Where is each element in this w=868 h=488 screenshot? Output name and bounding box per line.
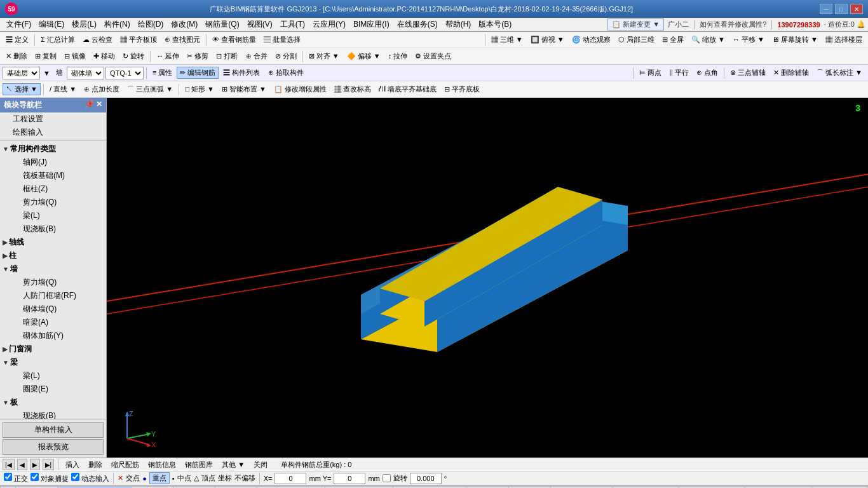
- other-rebar-button[interactable]: 其他 ▼: [219, 459, 248, 471]
- dynamic-input-checkbox[interactable]: [71, 473, 79, 481]
- element-code-select[interactable]: QTQ-1: [105, 67, 144, 79]
- sidebar-group-door-window[interactable]: ▶ 门窗洞: [0, 342, 106, 356]
- point-length-tool[interactable]: ⊕ 点加长度: [81, 83, 123, 95]
- sidebar-item-ring-beam[interactable]: 圈梁(E): [0, 383, 106, 396]
- parallel-axis[interactable]: ∥ 平行: [666, 67, 692, 79]
- ortho-checkbox[interactable]: [4, 473, 12, 481]
- menu-draw[interactable]: 绘图(D): [134, 18, 168, 31]
- rotate-input[interactable]: [410, 473, 442, 484]
- pick-element-button[interactable]: ⊕ 拾取构件: [265, 67, 307, 79]
- delete-row-button[interactable]: 删除: [85, 459, 105, 471]
- new-change-button[interactable]: 📋 新建变更 ▼: [607, 18, 664, 30]
- offset-button[interactable]: 🔶 偏移 ▼: [344, 50, 384, 62]
- menu-edit[interactable]: 编辑(E): [35, 18, 68, 31]
- midpoint-btn[interactable]: 重点: [149, 472, 170, 484]
- calculate-button[interactable]: Σ 汇总计算: [37, 34, 78, 46]
- rect-tool[interactable]: □ 矩形 ▼: [182, 83, 217, 95]
- batch-select-button[interactable]: ▤ 批量选择: [261, 34, 304, 46]
- menu-help[interactable]: 帮助(H): [442, 18, 475, 31]
- menu-rebar-qty[interactable]: 钢筋量(Q): [201, 18, 243, 31]
- find-element-button[interactable]: ⊕ 查找图元: [161, 34, 203, 46]
- three-point-arc-tool[interactable]: ⌒ 三点画弧 ▼: [124, 83, 176, 95]
- dynamic-observe-button[interactable]: 🌀 动态观察: [569, 34, 614, 46]
- view-rebar-qty-button[interactable]: 👁 查看钢筋量: [209, 34, 259, 46]
- sidebar-item-shear-wall2[interactable]: 剪力墙(Q): [0, 276, 106, 289]
- scale-rebar-button[interactable]: 缩尺配筋: [108, 459, 142, 471]
- trim-button[interactable]: ✂ 修剪: [184, 50, 212, 62]
- sidebar-group-axis[interactable]: ▶ 轴线: [0, 236, 106, 249]
- ortho-toggle[interactable]: 正交: [4, 473, 28, 484]
- sidebar-group-wall[interactable]: ▼ 墙: [0, 262, 106, 276]
- zoom-button[interactable]: 🔍 缩放 ▼: [688, 34, 728, 46]
- floor-select[interactable]: 基础层: [3, 67, 40, 79]
- properties-button[interactable]: ≡ 属性: [149, 67, 175, 79]
- sidebar-item-beam2[interactable]: 梁(L): [0, 369, 106, 383]
- local-3d-button[interactable]: ⬡ 局部三维: [615, 34, 658, 46]
- x-input[interactable]: [275, 473, 306, 484]
- sidebar-group-col[interactable]: ▶ 柱: [0, 249, 106, 262]
- menu-modify[interactable]: 修改(M): [167, 18, 201, 31]
- snap-object-toggle[interactable]: 对象捕捉: [31, 473, 69, 484]
- sidebar-item-draw-input[interactable]: 绘图输入: [0, 126, 106, 139]
- close-rebar-button[interactable]: 关闭: [250, 459, 271, 471]
- sidebar-group-beam[interactable]: ▼ 梁: [0, 356, 106, 369]
- sidebar-item-shear-wall[interactable]: 剪力墙(Q): [0, 196, 106, 209]
- nav-last[interactable]: ▶|: [43, 459, 55, 470]
- align-button[interactable]: ⊠ 对齐 ▼: [306, 50, 342, 62]
- edit-rebar-button[interactable]: ✏ 编辑钢筋: [177, 67, 219, 79]
- sidebar-item-masonry-rebar[interactable]: 砌体加筋(Y): [0, 329, 106, 342]
- maximize-button[interactable]: □: [835, 4, 848, 14]
- nav-first[interactable]: |◀: [3, 459, 15, 470]
- split-button[interactable]: ⊘ 分割: [272, 50, 300, 62]
- pan-button[interactable]: ↔ 平移 ▼: [729, 34, 768, 46]
- sidebar-group-common[interactable]: ▼ 常用构件类型: [0, 142, 106, 156]
- element-list-button[interactable]: ☰ 构件列表: [220, 67, 263, 79]
- menu-bim[interactable]: BIM应用(I): [349, 18, 393, 31]
- fullscreen-button[interactable]: ⊞ 全屏: [659, 34, 687, 46]
- 3d-button[interactable]: ▦ 三维 ▼: [488, 34, 526, 46]
- grip-button[interactable]: ⚙ 设置夹点: [412, 50, 454, 62]
- screen-rotate-button[interactable]: 🖥 屏幕旋转 ▼: [769, 34, 821, 46]
- sidebar-item-masonry-wall[interactable]: 砌体墙(Q): [0, 302, 106, 316]
- menu-online[interactable]: 在线服务(S): [393, 18, 442, 31]
- sidebar-item-hidden-beam[interactable]: 暗梁(A): [0, 316, 106, 329]
- angle-point-axis[interactable]: ⊕ 点角: [693, 67, 721, 79]
- menu-cloud[interactable]: 云应用(Y): [309, 18, 349, 31]
- cloud-check-button[interactable]: ☁ 云检查: [79, 34, 116, 46]
- merge-button[interactable]: ⊕ 合并: [243, 50, 271, 62]
- sidebar-item-column[interactable]: 框柱(Z): [0, 182, 106, 196]
- sidebar-item-project-settings[interactable]: 工程设置: [0, 112, 106, 126]
- dynamic-input-toggle[interactable]: 动态输入: [71, 473, 109, 484]
- nav-next[interactable]: ▶: [30, 459, 40, 470]
- move-button[interactable]: ✚ 移动: [90, 50, 118, 62]
- top-view-button[interactable]: 🔲 俯视 ▼: [527, 34, 567, 46]
- align-wall-bottom[interactable]: ⛙ 墙底平齐基础底: [376, 83, 440, 95]
- sidebar-item-foundation[interactable]: 筏板基础(M): [0, 169, 106, 182]
- rotate-checkbox[interactable]: [383, 474, 391, 482]
- rebar-library-button[interactable]: 钢筋图库: [182, 459, 216, 471]
- copy-button[interactable]: ⊞ 复制: [32, 50, 60, 62]
- select-tool[interactable]: ↖ 选择 ▼: [3, 83, 41, 95]
- three-point-axis[interactable]: ⊗ 三点辅轴: [727, 67, 769, 79]
- close-button[interactable]: ✕: [850, 4, 863, 14]
- menu-tools[interactable]: 工具(T): [276, 18, 309, 31]
- single-element-input-button[interactable]: 单构件输入: [3, 422, 104, 438]
- delete-button[interactable]: ✕ 删除: [3, 50, 31, 62]
- menu-file[interactable]: 文件(F): [3, 18, 35, 31]
- rotate-button[interactable]: ↻ 旋转: [119, 50, 147, 62]
- align-bottom-slab[interactable]: ⊟ 平齐底板: [441, 83, 483, 95]
- break-button[interactable]: ⊡ 打断: [213, 50, 241, 62]
- sidebar-item-beam[interactable]: 梁(L): [0, 209, 106, 222]
- smart-layout-tool[interactable]: ⊞ 智能布置 ▼: [219, 83, 269, 95]
- snap-object-checkbox[interactable]: [31, 473, 39, 481]
- extend-button[interactable]: ↔ 延伸: [153, 50, 182, 62]
- sidebar-pin[interactable]: 📌 ✕: [85, 100, 102, 111]
- insert-row-button[interactable]: 插入: [62, 459, 83, 471]
- mirror-button[interactable]: ⊟ 镜像: [61, 50, 89, 62]
- help-question[interactable]: 如何查看并修改属性?: [700, 20, 766, 29]
- rebar-info-button[interactable]: 钢筋信息: [145, 459, 179, 471]
- arc-annotation[interactable]: ⌒ 弧长标注 ▼: [813, 67, 865, 79]
- check-elevation-tool[interactable]: ▦ 查改标高: [331, 83, 374, 95]
- minimize-button[interactable]: ─: [820, 4, 832, 14]
- two-point-axis[interactable]: ⊨ 两点: [636, 67, 665, 79]
